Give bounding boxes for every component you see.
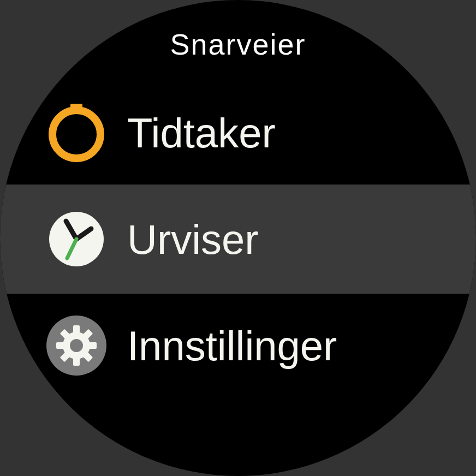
menu-item-label: Urviser <box>127 216 259 263</box>
menu-item-tidtaker[interactable]: Tidtaker <box>0 81 476 185</box>
svg-point-17 <box>70 339 83 352</box>
menu-item-label: Tidtaker <box>127 109 276 157</box>
menu-item-innstillinger[interactable]: Innstillinger <box>0 294 476 397</box>
header: Snarveier <box>0 27 476 61</box>
menu-item-label: Innstillinger <box>127 322 337 370</box>
gear-icon <box>46 316 106 376</box>
menu-list: Tidtaker Urviser <box>0 81 476 397</box>
watchface-icon <box>46 209 106 269</box>
svg-rect-2 <box>75 107 78 111</box>
menu-item-urviser[interactable]: Urviser <box>0 185 476 294</box>
page-title: Snarveier <box>0 27 476 61</box>
watch-face: Snarveier Tidtaker <box>0 0 476 476</box>
svg-point-3 <box>74 132 79 137</box>
stopwatch-icon <box>46 103 106 163</box>
